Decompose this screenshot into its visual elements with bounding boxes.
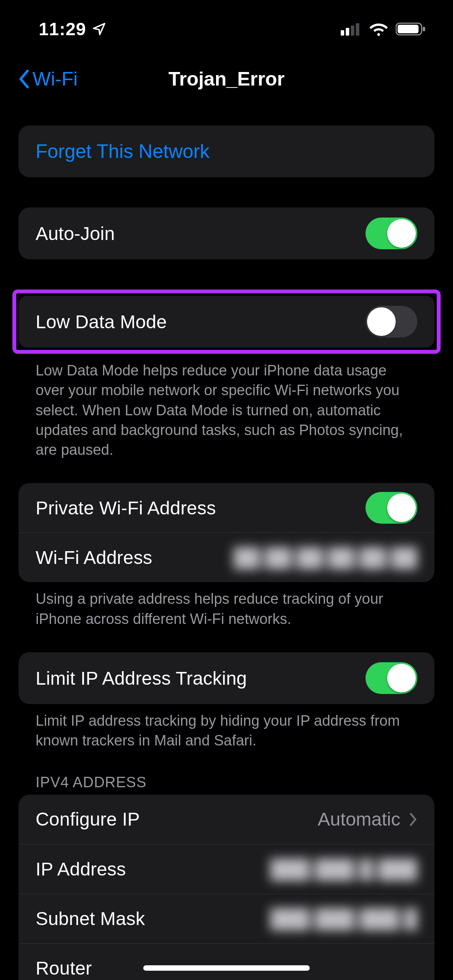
forget-network-button[interactable]: Forget This Network [19,125,434,177]
low-data-footer: Low Data Mode helps reduce your iPhone d… [19,354,434,460]
group-ipv4: Configure IP Automatic IP Address ███.██… [19,795,434,980]
cellular-signal-icon [341,22,362,36]
group-private-address: Private Wi-Fi Address Wi-Fi Address ██:█… [19,483,434,582]
auto-join-toggle[interactable] [365,218,417,249]
svg-rect-2 [351,26,354,36]
ipv4-header: IPV4 ADDRESS [19,774,434,795]
private-wifi-row[interactable]: Private Wi-Fi Address [19,483,434,533]
back-label: Wi-Fi [33,68,78,90]
group-limit-ip: Limit IP Address Tracking [19,652,434,704]
page-title: Trojan_Error [168,68,285,90]
configure-ip-row[interactable]: Configure IP Automatic [19,795,434,844]
highlight-frame: Low Data Mode [12,290,441,354]
ip-address-row: IP Address ███.███.█.███ [19,844,434,894]
subnet-mask-row: Subnet Mask ███.███.███.█ [19,894,434,943]
low-data-mode-label: Low Data Mode [36,311,167,332]
status-left: 11:29 [23,19,106,39]
limit-ip-label: Limit IP Address Tracking [36,668,247,689]
chevron-left-icon [19,70,30,88]
auto-join-row[interactable]: Auto-Join [19,207,434,259]
status-right [341,22,430,36]
group-low-data: Low Data Mode [19,296,434,348]
private-address-footer: Using a private address helps reduce tra… [19,582,434,629]
limit-ip-toggle[interactable] [365,662,417,694]
wifi-address-row: Wi-Fi Address ██:██:██:██:██:██ [19,533,434,582]
forget-network-label: Forget This Network [36,140,209,163]
back-button[interactable]: Wi-Fi [19,68,78,90]
router-row: Router [19,943,434,980]
private-wifi-toggle[interactable] [365,492,417,524]
configure-ip-label: Configure IP [36,809,140,830]
limit-ip-footer: Limit IP address tracking by hiding your… [19,704,434,751]
auto-join-label: Auto-Join [36,223,115,244]
svg-rect-0 [341,30,344,36]
group-forget: Forget This Network [19,125,434,177]
status-bar: 11:29 [19,0,434,58]
svg-rect-1 [346,28,349,36]
limit-ip-row[interactable]: Limit IP Address Tracking [19,652,434,704]
location-arrow-icon [92,22,106,36]
status-time: 11:29 [39,19,86,39]
wifi-detail-screen: 11:29 [0,0,453,980]
low-data-mode-row[interactable]: Low Data Mode [19,296,434,348]
configure-ip-value: Automatic [318,809,400,830]
battery-icon [396,22,426,36]
group-auto-join: Auto-Join [19,207,434,259]
private-wifi-label: Private Wi-Fi Address [36,497,216,519]
svg-rect-3 [356,23,359,36]
ip-address-value: ███.███.█.███ [270,858,417,880]
svg-rect-5 [398,25,419,33]
home-indicator[interactable] [143,965,310,971]
low-data-mode-toggle[interactable] [365,306,417,338]
chevron-right-icon [409,812,417,826]
wifi-icon [369,22,389,36]
router-label: Router [36,958,92,979]
wifi-address-label: Wi-Fi Address [36,547,152,568]
subnet-mask-label: Subnet Mask [36,908,145,929]
content: Forget This Network Auto-Join Low Data M… [19,98,434,980]
svg-rect-6 [423,27,425,31]
ip-address-label: IP Address [36,858,126,880]
wifi-address-value: ██:██:██:██:██:██ [233,547,417,568]
nav-bar: Wi-Fi Trojan_Error [19,60,434,98]
subnet-mask-value: ███.███.███.█ [270,908,417,929]
